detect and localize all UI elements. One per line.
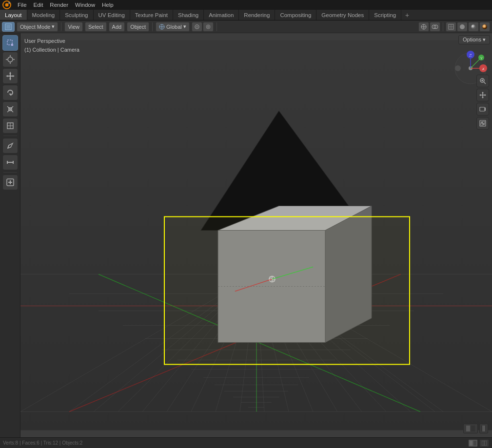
workspace-tab-bar: Layout Modeling Sculpting UV Editing Tex… [0, 10, 492, 20]
svg-line-124 [484, 82, 486, 84]
render-slot-area [463, 424, 488, 433]
viewport-options-area: Options ▾ [458, 35, 490, 44]
svg-point-2 [8, 2, 10, 4]
menu-window[interactable]: Window [72, 1, 98, 9]
svg-rect-136 [481, 123, 483, 125]
viewport-overlays[interactable] [430, 22, 440, 32]
viewport-overlays-group [418, 22, 440, 32]
add-menu[interactable]: Add [109, 22, 125, 32]
tab-texture-paint[interactable]: Texture Paint [130, 10, 173, 20]
svg-point-22 [471, 24, 476, 29]
svg-marker-35 [6, 75, 8, 77]
tab-layout[interactable]: Layout [0, 10, 27, 20]
svg-marker-36 [13, 75, 15, 77]
tab-animation[interactable]: Animation [204, 10, 239, 20]
menu-help[interactable]: Help [99, 1, 117, 9]
toolbar-sep-4 [443, 22, 443, 31]
menu-edit[interactable]: Edit [31, 1, 46, 9]
transform-tool[interactable] [2, 118, 18, 134]
left-tool-sep-1 [3, 136, 17, 136]
viewport-right-tools [476, 75, 489, 130]
tab-shading[interactable]: Shading [173, 10, 204, 20]
menu-file[interactable]: File [15, 1, 30, 9]
svg-point-12 [208, 26, 209, 27]
svg-rect-135 [483, 121, 485, 123]
svg-point-23 [482, 24, 487, 29]
split-view-button[interactable] [479, 439, 489, 447]
toolbar-sep-3 [216, 22, 217, 31]
svg-rect-131 [480, 107, 485, 111]
slot1-button[interactable] [463, 424, 478, 433]
mode-icon[interactable] [2, 22, 15, 32]
cursor-tool[interactable] [2, 52, 18, 67]
bottom-bar-icons [468, 439, 489, 447]
svg-point-21 [460, 24, 465, 29]
transform-orientation[interactable]: Global ▾ [156, 22, 190, 32]
top-menu-bar: File Edit Render Window Help [0, 0, 492, 10]
slot2-button[interactable] [479, 424, 488, 433]
left-toolbar [0, 33, 20, 437]
svg-text:X: X [482, 67, 485, 71]
svg-rect-143 [473, 441, 476, 446]
add-workspace-button[interactable]: + [401, 10, 413, 20]
svg-rect-25 [11, 44, 13, 46]
main-area: User Perspective (1) Collection | Camera… [0, 33, 492, 437]
svg-marker-33 [9, 72, 11, 74]
tab-scripting[interactable]: Scripting [369, 10, 401, 20]
wireframe-mode[interactable] [446, 22, 456, 32]
snap-to-toggle[interactable] [192, 22, 202, 32]
3d-viewport[interactable]: User Perspective (1) Collection | Camera… [20, 33, 492, 437]
svg-marker-128 [482, 97, 484, 98]
svg-point-1 [5, 3, 9, 7]
select-menu[interactable]: Select [85, 22, 107, 32]
pan-view-button[interactable] [476, 89, 489, 101]
shading-modes [446, 22, 490, 32]
options-button[interactable]: Options ▾ [458, 35, 490, 44]
svg-rect-134 [481, 121, 483, 123]
svg-point-9 [196, 26, 197, 27]
menu-render[interactable]: Render [47, 1, 71, 9]
solid-mode[interactable] [457, 22, 468, 32]
svg-rect-139 [471, 426, 475, 431]
tab-uv-editing[interactable]: UV Editing [94, 10, 130, 20]
tab-geometry-nodes[interactable]: Geometry Nodes [316, 10, 369, 20]
material-preview[interactable] [468, 22, 479, 32]
svg-marker-34 [9, 78, 11, 80]
svg-marker-129 [479, 94, 481, 96]
select-box-tool[interactable] [2, 35, 18, 51]
annotate-tool[interactable] [2, 138, 18, 154]
svg-marker-130 [485, 94, 486, 96]
svg-rect-141 [482, 426, 485, 431]
editor-type-button[interactable] [468, 439, 478, 447]
svg-rect-4 [6, 25, 10, 29]
app-logo [2, 1, 12, 9]
object-menu[interactable]: Object [127, 22, 149, 32]
move-tool[interactable] [2, 68, 18, 84]
zoom-in-button[interactable] [476, 75, 489, 87]
svg-rect-138 [466, 426, 470, 431]
viewport-display-button[interactable] [476, 117, 489, 130]
rendered-mode[interactable] [479, 22, 490, 32]
measure-tool[interactable] [2, 155, 18, 170]
camera-view-button[interactable] [476, 103, 489, 116]
tab-rendering[interactable]: Rendering [239, 10, 275, 20]
proportional-edit[interactable] [203, 22, 214, 32]
rotate-tool[interactable] [2, 85, 18, 100]
viewport-gizmos[interactable] [418, 22, 429, 32]
tab-compositing[interactable]: Compositing [275, 10, 316, 20]
tab-sculpting[interactable]: Sculpting [60, 10, 93, 20]
add-object-tool[interactable] [2, 175, 18, 190]
bottom-bar: Verts:8 | Faces:6 | Tris:12 | Objects:2 [0, 437, 492, 448]
scale-tool[interactable] [2, 101, 18, 117]
snap-group [192, 22, 214, 32]
status-text: Verts:8 | Faces:6 | Tris:12 | Objects:2 [3, 440, 82, 446]
tab-modeling[interactable]: Modeling [27, 10, 60, 20]
mode-selector[interactable]: Object Mode ▾ [17, 22, 58, 32]
toolbar-sep-1 [61, 22, 61, 31]
toolbar: Object Mode ▾ View Select Add Object Glo… [0, 20, 492, 33]
svg-marker-127 [482, 92, 484, 93]
toolbar-sep-2 [152, 22, 153, 31]
left-tool-sep-2 [3, 172, 17, 173]
view-menu[interactable]: View [64, 22, 83, 32]
svg-point-26 [8, 57, 13, 62]
